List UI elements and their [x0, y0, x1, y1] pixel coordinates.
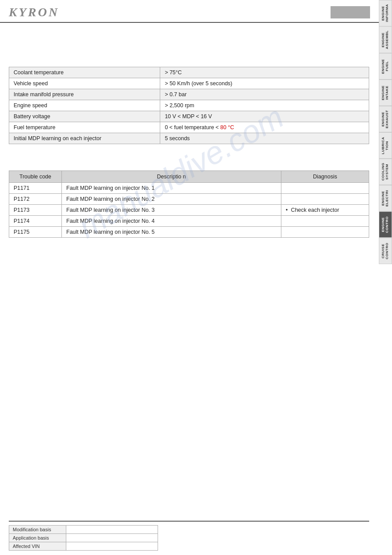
condition-param: Coolant temperature	[9, 67, 160, 78]
tab-engine-assembl[interactable]: ENGINEASSEMBL	[379, 26, 392, 53]
tab-engine-intake[interactable]: ENGINEINTAKE	[379, 80, 392, 106]
fault-table-header-row: Trouble code Descriptio n Diagnosis	[9, 171, 369, 183]
tab-engine-exhaust[interactable]: ENGINEEXHAUST	[379, 106, 392, 132]
fault-table-header-diagnosis: Diagnosis	[281, 171, 369, 183]
fault-diagnosis: • Check each injector	[281, 205, 369, 216]
header-box	[331, 6, 370, 18]
bottom-row: Affected VIN	[9, 542, 158, 551]
condition-param: Initial MDP learning on each injector	[9, 133, 160, 144]
tab-engine-fuel[interactable]: ENGINEFUEL	[379, 53, 392, 80]
condition-param: Battery voltage	[9, 111, 160, 122]
main-content: Coolant temperature > 75°C Vehicle speed…	[0, 23, 378, 242]
logo: KYRON	[9, 5, 59, 19]
bottom-row: Modification basis	[9, 526, 158, 534]
tab-cruise-contro[interactable]: CRUISECONTRO	[379, 238, 392, 264]
table-row: Vehicle speed > 50 Km/h (over 5 seconds)	[9, 78, 369, 89]
table-row: Initial MDP learning on each injector 5 …	[9, 133, 369, 144]
fault-diagnosis	[281, 194, 369, 205]
bottom-label: Modification basis	[9, 526, 66, 534]
bottom-row: Application basis	[9, 534, 158, 542]
condition-param: Intake manifold pressure	[9, 89, 160, 100]
bottom-label: Affected VIN	[9, 542, 66, 551]
fault-code: P1173	[9, 205, 62, 216]
fault-table-row: P1174 Fault MDP learning on injector No.…	[9, 216, 369, 227]
fault-table-row: P1175 Fault MDP learning on injector No.…	[9, 227, 369, 238]
tab-engine-electri[interactable]: ENGINEELECTRI	[379, 185, 392, 211]
bottom-value	[66, 534, 158, 542]
page-header: KYRON	[0, 0, 379, 23]
condition-param: Engine speed	[9, 100, 160, 111]
fault-description: Fault MDP learning on injector No. 5	[62, 227, 281, 238]
fault-table-header-description: Descriptio n	[62, 171, 281, 183]
table-row: Fuel temperature 0 < fuel temperature < …	[9, 122, 369, 133]
fault-table-row: P1173 Fault MDP learning on injector No.…	[9, 205, 369, 216]
bottom-value	[66, 542, 158, 551]
fault-description: Fault MDP learning on injector No. 1	[62, 183, 281, 194]
fault-description: Fault MDP learning on injector No. 3	[62, 205, 281, 216]
condition-value: 0 < fuel temperature < 80 °C	[160, 122, 369, 133]
fault-description: Fault MDP learning on injector No. 2	[62, 194, 281, 205]
fault-diagnosis	[281, 216, 369, 227]
bottom-value	[66, 526, 158, 534]
conditions-table: Coolant temperature > 75°C Vehicle speed…	[9, 67, 369, 144]
fault-codes-table: Trouble code Descriptio n Diagnosis P117…	[9, 170, 369, 238]
condition-value: > 50 Km/h (over 5 seconds)	[160, 78, 369, 89]
table-row: Battery voltage 10 V < MDP < 16 V	[9, 111, 369, 122]
bottom-divider	[9, 521, 369, 522]
condition-value: 10 V < MDP < 16 V	[160, 111, 369, 122]
table-row: Intake manifold pressure > 0.7 bar	[9, 89, 369, 100]
bottom-label: Application basis	[9, 534, 66, 542]
fault-code: P1175	[9, 227, 62, 238]
tab-engine-contro[interactable]: ENGINECONTRO	[379, 211, 392, 238]
tab-lubrication[interactable]: LUBRICATION	[379, 132, 392, 159]
condition-value: 5 seconds	[160, 133, 369, 144]
tab-cooling-system[interactable]: COOLINGSYSTEM	[379, 159, 392, 185]
fault-table-row: P1171 Fault MDP learning on injector No.…	[9, 183, 369, 194]
bottom-info-table: Modification basis Application basis Aff…	[9, 525, 158, 551]
fault-table-header-code: Trouble code	[9, 171, 62, 183]
fault-diagnosis	[281, 227, 369, 238]
sidebar-tabs: ENGINEINFORMA ENGINEASSEMBL ENGINEFUEL E…	[379, 0, 392, 555]
tab-engine-informa[interactable]: ENGINEINFORMA	[379, 0, 392, 26]
fault-code: P1171	[9, 183, 62, 194]
fault-description: Fault MDP learning on injector No. 4	[62, 216, 281, 227]
bottom-section: Modification basis Application basis Aff…	[0, 521, 378, 555]
fault-code: P1174	[9, 216, 62, 227]
condition-value: > 2,500 rpm	[160, 100, 369, 111]
condition-param: Vehicle speed	[9, 78, 160, 89]
condition-value: > 0.7 bar	[160, 89, 369, 100]
fault-diagnosis	[281, 183, 369, 194]
table-row: Engine speed > 2,500 rpm	[9, 100, 369, 111]
table-row: Coolant temperature > 75°C	[9, 67, 369, 78]
fault-code: P1172	[9, 194, 62, 205]
condition-param: Fuel temperature	[9, 122, 160, 133]
fault-table-row: P1172 Fault MDP learning on injector No.…	[9, 194, 369, 205]
condition-value: > 75°C	[160, 67, 369, 78]
